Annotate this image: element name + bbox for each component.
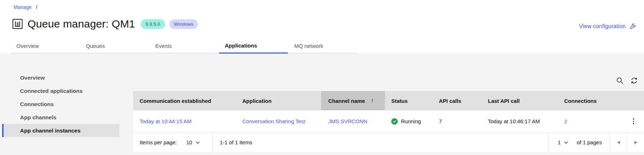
communication-established-link[interactable]: Today at 10:44:15 AM	[140, 118, 192, 124]
tab-mq-network[interactable]: MQ network	[289, 39, 357, 54]
search-icon	[616, 77, 624, 84]
platform-badge: Windows	[169, 19, 198, 29]
chevron-down-icon	[196, 141, 200, 144]
breadcrumb-separator: /	[36, 4, 37, 10]
column-header-connections[interactable]: Connections	[558, 91, 623, 110]
tab-bar: Overview Queues Events Applications MQ n…	[11, 39, 358, 54]
page-select-group: 1 of 1 pages	[548, 132, 610, 152]
table-header-row: Communication established Application Ch…	[133, 91, 644, 110]
tab-events[interactable]: Events	[150, 39, 218, 54]
version-badge: 9.3.5.0	[141, 19, 165, 29]
pagination-range: 1-1 of 1 items	[212, 132, 548, 152]
pages-total-text: of 1 pages	[577, 139, 602, 145]
items-per-page-label: Items per page:	[140, 139, 177, 145]
badges: 9.3.5.0 Windows	[141, 19, 198, 29]
wrench-icon	[629, 23, 636, 30]
status-label: Running	[401, 118, 421, 124]
sort-ascending-icon: ↑	[371, 97, 374, 104]
column-header-overflow-spacer	[623, 91, 644, 110]
tab-applications[interactable]: Applications	[219, 39, 288, 54]
sidebar-item-app-channel-instances[interactable]: App channel instances	[2, 124, 120, 137]
refresh-button[interactable]	[627, 73, 641, 88]
breadcrumb-link-manage[interactable]: Manage	[14, 4, 32, 10]
cell-row-actions	[623, 110, 644, 132]
page-number-select[interactable]: 1	[558, 139, 568, 145]
queue-manager-icon	[12, 18, 23, 30]
page-number-value: 1	[558, 139, 561, 145]
page-header-band: Manage / Queue manager: QM1 9.3.5.0 Wind…	[0, 0, 644, 54]
view-configuration-link[interactable]: View configuration	[579, 23, 636, 30]
page-title: Queue manager: QM1	[28, 18, 135, 30]
column-header-last-api-call[interactable]: Last API call	[481, 91, 558, 110]
table-toolbar	[612, 73, 641, 88]
sidebar-item-overview[interactable]: Overview	[2, 71, 120, 84]
column-header-api-calls[interactable]: API calls	[432, 91, 481, 110]
column-header-channel-name-label: Channel name	[328, 98, 365, 104]
cell-api-calls: 7	[432, 110, 481, 132]
sidebar-nav: Overview Connected applications Connecti…	[2, 71, 120, 137]
tab-overview[interactable]: Overview	[11, 39, 79, 54]
pagination-range-text: 1-1 of 1 items	[220, 139, 252, 145]
items-per-page-value: 10	[186, 139, 192, 145]
items-per-page-select[interactable]: 10	[186, 139, 200, 145]
overflow-menu-icon[interactable]	[631, 116, 636, 126]
column-header-communication-established[interactable]: Communication established	[133, 91, 236, 110]
sidebar-item-app-channels[interactable]: App channels	[2, 111, 120, 124]
status-running-icon	[391, 118, 398, 125]
search-button[interactable]	[612, 73, 627, 88]
application-link[interactable]: Conversation Sharing Test	[242, 118, 305, 124]
cell-application: Conversation Sharing Test	[236, 110, 321, 132]
channel-name-link[interactable]: JMS.SVRCONN	[328, 118, 367, 124]
cell-channel-name: JMS.SVRCONN	[321, 110, 385, 132]
connections-link[interactable]: 2	[564, 118, 567, 124]
pagination-bar: Items per page: 10 1-1 of 1 items 1 of 1…	[133, 132, 644, 152]
column-header-channel-name[interactable]: Channel name ↑	[321, 91, 385, 110]
chevron-down-icon	[564, 141, 568, 144]
breadcrumb: Manage /	[14, 4, 37, 10]
previous-page-button[interactable]	[610, 132, 627, 152]
tab-queues[interactable]: Queues	[80, 39, 149, 54]
column-header-application[interactable]: Application	[236, 91, 321, 110]
sidebar-item-connections[interactable]: Connections	[2, 98, 120, 111]
caret-right-icon	[634, 141, 637, 144]
next-page-button[interactable]	[627, 132, 644, 152]
refresh-icon	[630, 77, 638, 84]
cell-status: Running	[385, 110, 432, 132]
content-area: Overview Connected applications Connecti…	[0, 54, 644, 155]
cell-last-api-call: Today at 10:46:17 AM	[481, 110, 558, 132]
cell-communication-established: Today at 10:44:15 AM	[133, 110, 236, 132]
title-row: Queue manager: QM1 9.3.5.0 Windows	[12, 18, 198, 30]
table-row: Today at 10:44:15 AM Conversation Sharin…	[133, 110, 644, 132]
app-channel-instances-table: Communication established Application Ch…	[133, 91, 644, 152]
cell-connections: 2	[558, 110, 623, 132]
caret-left-icon	[617, 141, 620, 144]
column-header-status[interactable]: Status	[385, 91, 432, 110]
items-per-page: Items per page: 10	[133, 132, 212, 152]
sidebar-item-connected-applications[interactable]: Connected applications	[2, 84, 120, 98]
view-configuration-label: View configuration	[579, 23, 626, 30]
